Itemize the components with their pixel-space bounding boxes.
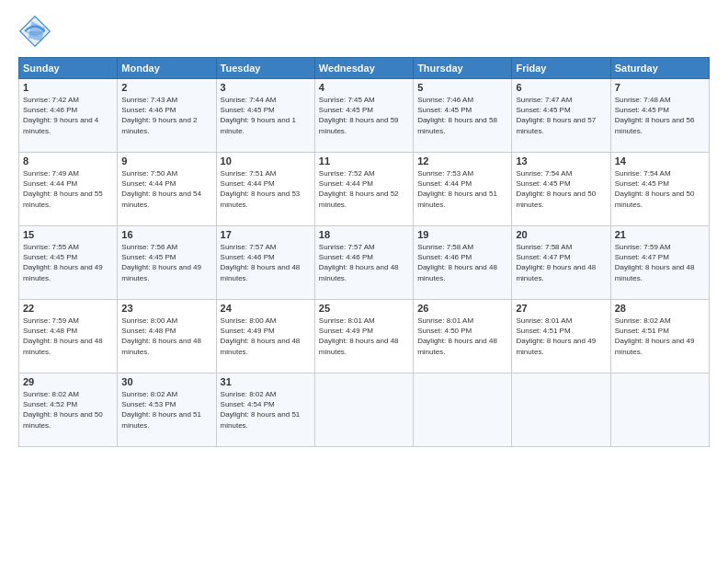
calendar-cell: 19 Sunrise: 7:58 AMSunset: 4:46 PMDaylig… bbox=[414, 226, 512, 300]
day-info: Sunrise: 7:45 AMSunset: 4:45 PMDaylight:… bbox=[319, 95, 409, 136]
week-row-3: 22 Sunrise: 7:59 AMSunset: 4:48 PMDaylig… bbox=[19, 300, 710, 373]
day-info: Sunrise: 7:55 AMSunset: 4:45 PMDaylight:… bbox=[23, 242, 113, 283]
day-number: 29 bbox=[23, 376, 113, 387]
calendar-body: 1 Sunrise: 7:42 AMSunset: 4:46 PMDayligh… bbox=[19, 79, 710, 447]
day-info: Sunrise: 7:48 AMSunset: 4:45 PMDaylight:… bbox=[615, 95, 705, 136]
calendar-cell bbox=[414, 373, 512, 447]
day-info: Sunrise: 8:00 AMSunset: 4:48 PMDaylight:… bbox=[121, 316, 211, 357]
day-number: 21 bbox=[615, 229, 705, 240]
week-row-0: 1 Sunrise: 7:42 AMSunset: 4:46 PMDayligh… bbox=[19, 79, 710, 153]
calendar-cell: 10 Sunrise: 7:51 AMSunset: 4:44 PMDaylig… bbox=[216, 153, 314, 226]
day-number: 3 bbox=[221, 82, 311, 93]
day-info: Sunrise: 7:44 AMSunset: 4:45 PMDaylight:… bbox=[221, 95, 311, 136]
calendar-cell: 31 Sunrise: 8:02 AMSunset: 4:54 PMDaylig… bbox=[216, 373, 314, 447]
day-info: Sunrise: 7:58 AMSunset: 4:47 PMDaylight:… bbox=[516, 242, 606, 283]
day-number: 19 bbox=[417, 229, 507, 240]
calendar-cell: 17 Sunrise: 7:57 AMSunset: 4:46 PMDaylig… bbox=[216, 226, 314, 300]
day-number: 18 bbox=[319, 229, 409, 240]
calendar-cell: 25 Sunrise: 8:01 AMSunset: 4:49 PMDaylig… bbox=[314, 300, 413, 373]
calendar-cell: 23 Sunrise: 8:00 AMSunset: 4:48 PMDaylig… bbox=[118, 300, 216, 373]
week-row-1: 8 Sunrise: 7:49 AMSunset: 4:44 PMDayligh… bbox=[19, 153, 710, 226]
day-info: Sunrise: 7:50 AMSunset: 4:44 PMDaylight:… bbox=[121, 168, 211, 210]
day-number: 2 bbox=[121, 82, 211, 93]
calendar-cell: 28 Sunrise: 8:02 AMSunset: 4:51 PMDaylig… bbox=[610, 300, 709, 373]
calendar-cell: 2 Sunrise: 7:43 AMSunset: 4:46 PMDayligh… bbox=[118, 79, 216, 153]
header-row: SundayMondayTuesdayWednesdayThursdayFrid… bbox=[19, 58, 710, 79]
day-number: 7 bbox=[615, 82, 705, 93]
calendar-cell bbox=[512, 373, 610, 447]
logo-icon bbox=[18, 15, 51, 48]
calendar-table: SundayMondayTuesdayWednesdayThursdayFrid… bbox=[18, 57, 710, 447]
day-number: 15 bbox=[23, 229, 113, 240]
day-info: Sunrise: 8:02 AMSunset: 4:52 PMDaylight:… bbox=[23, 389, 113, 431]
calendar-cell: 12 Sunrise: 7:53 AMSunset: 4:44 PMDaylig… bbox=[414, 153, 512, 226]
day-info: Sunrise: 8:00 AMSunset: 4:49 PMDaylight:… bbox=[221, 316, 311, 357]
day-number: 8 bbox=[23, 155, 113, 167]
day-info: Sunrise: 7:54 AMSunset: 4:45 PMDaylight:… bbox=[615, 168, 705, 210]
header-cell-monday: Monday bbox=[118, 58, 216, 79]
calendar-cell: 24 Sunrise: 8:00 AMSunset: 4:49 PMDaylig… bbox=[216, 300, 314, 373]
day-number: 9 bbox=[121, 155, 211, 167]
calendar-header: SundayMondayTuesdayWednesdayThursdayFrid… bbox=[19, 58, 710, 79]
calendar-cell: 5 Sunrise: 7:46 AMSunset: 4:45 PMDayligh… bbox=[414, 79, 512, 153]
day-number: 26 bbox=[417, 303, 507, 314]
day-number: 6 bbox=[516, 82, 606, 93]
day-info: Sunrise: 7:56 AMSunset: 4:45 PMDaylight:… bbox=[121, 242, 211, 283]
day-number: 20 bbox=[516, 229, 606, 240]
calendar-cell: 27 Sunrise: 8:01 AMSunset: 4:51 PMDaylig… bbox=[512, 300, 610, 373]
calendar-cell: 22 Sunrise: 7:59 AMSunset: 4:48 PMDaylig… bbox=[19, 300, 118, 373]
day-info: Sunrise: 7:59 AMSunset: 4:47 PMDaylight:… bbox=[615, 242, 705, 283]
header-cell-tuesday: Tuesday bbox=[216, 58, 314, 79]
header-cell-sunday: Sunday bbox=[19, 58, 118, 79]
calendar-cell: 16 Sunrise: 7:56 AMSunset: 4:45 PMDaylig… bbox=[118, 226, 216, 300]
calendar-cell: 6 Sunrise: 7:47 AMSunset: 4:45 PMDayligh… bbox=[512, 79, 610, 153]
week-row-4: 29 Sunrise: 8:02 AMSunset: 4:52 PMDaylig… bbox=[19, 373, 710, 447]
day-info: Sunrise: 7:57 AMSunset: 4:46 PMDaylight:… bbox=[319, 242, 409, 283]
calendar-cell: 18 Sunrise: 7:57 AMSunset: 4:46 PMDaylig… bbox=[314, 226, 413, 300]
calendar-cell: 20 Sunrise: 7:58 AMSunset: 4:47 PMDaylig… bbox=[512, 226, 610, 300]
day-number: 28 bbox=[615, 303, 705, 314]
day-number: 31 bbox=[221, 376, 311, 387]
day-number: 24 bbox=[221, 303, 311, 314]
header bbox=[18, 15, 710, 48]
day-number: 11 bbox=[319, 155, 409, 167]
day-info: Sunrise: 7:57 AMSunset: 4:46 PMDaylight:… bbox=[221, 242, 311, 283]
day-number: 30 bbox=[121, 376, 211, 387]
day-number: 14 bbox=[615, 155, 705, 167]
calendar-cell: 30 Sunrise: 8:02 AMSunset: 4:53 PMDaylig… bbox=[118, 373, 216, 447]
day-info: Sunrise: 7:52 AMSunset: 4:44 PMDaylight:… bbox=[319, 168, 409, 210]
calendar-cell: 9 Sunrise: 7:50 AMSunset: 4:44 PMDayligh… bbox=[118, 153, 216, 226]
day-number: 13 bbox=[516, 155, 606, 167]
header-cell-thursday: Thursday bbox=[414, 58, 512, 79]
day-info: Sunrise: 8:02 AMSunset: 4:53 PMDaylight:… bbox=[121, 389, 211, 431]
day-number: 1 bbox=[23, 82, 113, 93]
calendar-cell: 26 Sunrise: 8:01 AMSunset: 4:50 PMDaylig… bbox=[414, 300, 512, 373]
calendar-cell: 8 Sunrise: 7:49 AMSunset: 4:44 PMDayligh… bbox=[19, 153, 118, 226]
day-info: Sunrise: 7:46 AMSunset: 4:45 PMDaylight:… bbox=[417, 95, 507, 136]
day-number: 22 bbox=[23, 303, 113, 314]
logo bbox=[18, 15, 57, 48]
day-number: 17 bbox=[221, 229, 311, 240]
day-info: Sunrise: 7:51 AMSunset: 4:44 PMDaylight:… bbox=[221, 168, 311, 210]
calendar-cell: 4 Sunrise: 7:45 AMSunset: 4:45 PMDayligh… bbox=[314, 79, 413, 153]
day-number: 5 bbox=[417, 82, 507, 93]
day-number: 12 bbox=[417, 155, 507, 167]
day-info: Sunrise: 8:01 AMSunset: 4:49 PMDaylight:… bbox=[319, 316, 409, 357]
day-number: 25 bbox=[319, 303, 409, 314]
calendar-cell: 21 Sunrise: 7:59 AMSunset: 4:47 PMDaylig… bbox=[610, 226, 709, 300]
header-cell-saturday: Saturday bbox=[610, 58, 709, 79]
day-info: Sunrise: 7:53 AMSunset: 4:44 PMDaylight:… bbox=[417, 168, 507, 210]
day-info: Sunrise: 7:47 AMSunset: 4:45 PMDaylight:… bbox=[516, 95, 606, 136]
day-info: Sunrise: 8:02 AMSunset: 4:51 PMDaylight:… bbox=[615, 316, 705, 357]
calendar-cell: 14 Sunrise: 7:54 AMSunset: 4:45 PMDaylig… bbox=[610, 153, 709, 226]
day-info: Sunrise: 7:42 AMSunset: 4:46 PMDaylight:… bbox=[23, 95, 113, 136]
week-row-2: 15 Sunrise: 7:55 AMSunset: 4:45 PMDaylig… bbox=[19, 226, 710, 300]
calendar-cell: 15 Sunrise: 7:55 AMSunset: 4:45 PMDaylig… bbox=[19, 226, 118, 300]
calendar-cell: 11 Sunrise: 7:52 AMSunset: 4:44 PMDaylig… bbox=[314, 153, 413, 226]
day-number: 23 bbox=[121, 303, 211, 314]
day-info: Sunrise: 7:58 AMSunset: 4:46 PMDaylight:… bbox=[417, 242, 507, 283]
day-info: Sunrise: 7:43 AMSunset: 4:46 PMDaylight:… bbox=[121, 95, 211, 136]
calendar-cell: 13 Sunrise: 7:54 AMSunset: 4:45 PMDaylig… bbox=[512, 153, 610, 226]
day-number: 4 bbox=[319, 82, 409, 93]
calendar-cell: 1 Sunrise: 7:42 AMSunset: 4:46 PMDayligh… bbox=[19, 79, 118, 153]
